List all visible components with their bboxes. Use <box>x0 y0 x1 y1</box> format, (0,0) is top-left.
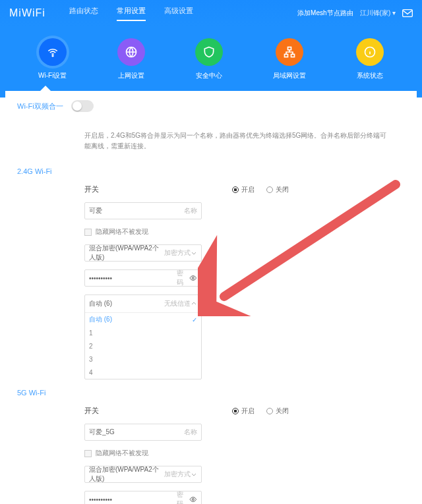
settings-tabs: Wi-Fi设置 上网设置 安全中心 局域网设置 系统状态 <box>0 26 422 98</box>
info-icon <box>356 38 384 66</box>
svg-point-1 <box>52 55 53 57</box>
tab-wan[interactable]: 上网设置 <box>117 38 145 80</box>
top-bar: MiWiFi 路由状态 常用设置 高级设置 添加Mesh节点路由 江川锋(家) … <box>0 0 422 26</box>
radio-5g-on[interactable]: 开启 <box>232 406 255 416</box>
enc-5g-select[interactable]: 混合加密(WPA/WPA2个人版)加密方式 <box>84 466 202 483</box>
chevron-down-icon <box>191 250 197 256</box>
hide-24g-checkbox[interactable]: 隐藏网络不被发现 <box>84 227 289 237</box>
form-5g: 开关 开启 关闭 名称 隐藏网络不被发现 混合加密(WPA/WPA2个人版)加密… <box>84 402 289 504</box>
nav-common[interactable]: 常用设置 <box>117 6 146 21</box>
switch-label-5g: 开关 <box>84 406 99 416</box>
tab-security[interactable]: 安全中心 <box>195 38 223 80</box>
section-5g-title: 5G Wi-Fi <box>5 386 417 402</box>
hide-5g-checkbox[interactable]: 隐藏网络不被发现 <box>84 449 289 458</box>
mail-icon[interactable] <box>402 9 413 17</box>
svg-rect-3 <box>287 47 291 50</box>
channel-option[interactable]: 1 <box>85 326 201 339</box>
nav-status[interactable]: 路由状态 <box>69 6 98 21</box>
eye-icon[interactable] <box>189 274 197 282</box>
dual-band-merge-row: Wi-Fi双频合一 <box>5 91 417 121</box>
logo: MiWiFi <box>9 7 45 19</box>
merge-toggle[interactable] <box>71 100 94 112</box>
svg-rect-0 <box>403 10 413 17</box>
pwd-5g-input[interactable]: 密码 <box>84 491 202 504</box>
radio-5g-off[interactable]: 关闭 <box>266 406 289 416</box>
ssid-24g-input[interactable]: 名称 <box>84 202 202 219</box>
merge-desc: 开启后，2.4G和5G将合并显示为同一个名称，路由器将优先为终端选择5G网络。合… <box>5 121 417 165</box>
user-dropdown[interactable]: 江川锋(家) ▾ <box>360 9 396 18</box>
channel-option[interactable]: 4 <box>85 366 201 379</box>
network-icon <box>276 38 303 66</box>
top-right: 添加Mesh节点路由 江川锋(家) ▾ <box>297 9 413 18</box>
top-nav: 路由状态 常用设置 高级设置 <box>69 6 193 21</box>
channel-option[interactable]: 2 <box>85 339 201 352</box>
channel-option[interactable]: 3 <box>85 352 201 366</box>
enc-24g-select[interactable]: 混合加密(WPA/WPA2个人版)加密方式 <box>84 244 202 262</box>
radio-24g-on[interactable]: 开启 <box>232 185 255 194</box>
tab-lan[interactable]: 局域网设置 <box>273 38 306 80</box>
add-mesh-link[interactable]: 添加Mesh节点路由 <box>297 9 353 18</box>
globe-icon <box>117 38 145 66</box>
channel-24g-select[interactable]: 自动 (6)无线信道 自动 (6)✓ 1 2 3 4 <box>84 294 202 379</box>
form-24g: 开关 开启 关闭 名称 隐藏网络不被发现 混合加密(WPA/WPA2个人版)加密… <box>84 181 289 383</box>
tab-wifi[interactable]: Wi-Fi设置 <box>38 38 67 80</box>
channel-option[interactable]: 自动 (6)✓ <box>85 313 201 326</box>
settings-panel: Wi-Fi双频合一 开启后，2.4G和5G将合并显示为同一个名称，路由器将优先为… <box>5 91 417 504</box>
radio-24g-off[interactable]: 关闭 <box>266 185 289 194</box>
shield-icon <box>195 38 223 66</box>
ssid-5g-input[interactable]: 名称 <box>84 424 202 441</box>
svg-point-7 <box>193 277 195 279</box>
wifi-icon <box>39 38 67 66</box>
svg-rect-4 <box>284 54 287 57</box>
channel-24g-options: 自动 (6)✓ 1 2 3 4 <box>85 312 201 379</box>
eye-icon[interactable] <box>189 495 197 503</box>
nav-advanced[interactable]: 高级设置 <box>164 6 193 21</box>
svg-point-8 <box>193 499 195 501</box>
tab-system[interactable]: 系统状态 <box>356 38 384 80</box>
chevron-down-icon <box>191 471 197 478</box>
pwd-24g-input[interactable]: 密码 <box>84 269 202 287</box>
svg-rect-5 <box>291 54 294 57</box>
section-24g-title: 2.4G Wi-Fi <box>5 165 417 181</box>
switch-label: 开关 <box>84 184 99 194</box>
chevron-up-icon <box>191 300 197 307</box>
merge-title: Wi-Fi双频合一 <box>17 101 63 111</box>
